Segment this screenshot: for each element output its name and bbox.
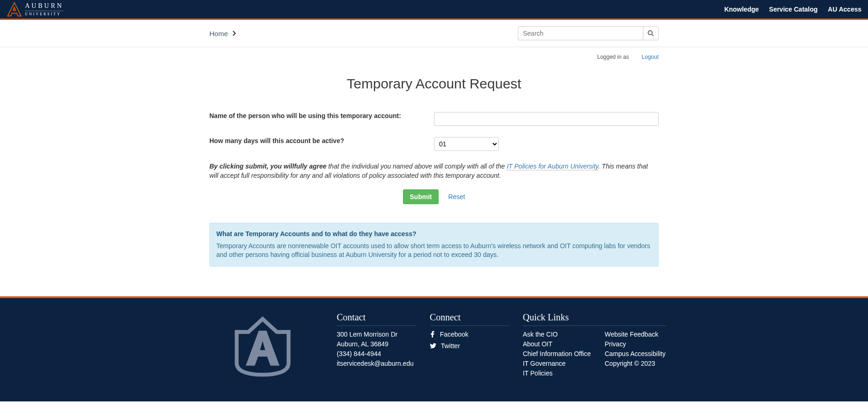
nav-knowledge[interactable]: Knowledge [724,6,759,13]
button-row: Submit Reset [209,189,659,204]
logout-link[interactable]: Logout [642,54,659,60]
submit-button[interactable]: Submit [403,189,439,204]
info-question: What are Temporary Accounts and to what … [216,230,652,239]
search-icon [648,30,654,37]
svg-point-0 [648,31,652,35]
top-header: AUBURN UNIVERSITY Knowledge Service Cata… [0,0,868,20]
info-box: What are Temporary Accounts and to what … [209,223,659,267]
ql-accessibility[interactable]: Campus Accessibility [605,349,666,359]
nav-service-catalog[interactable]: Service Catalog [769,6,818,13]
auth-row: Logged in as Logout [209,47,659,65]
facebook-link[interactable]: Facebook [430,330,509,339]
primary-nav: Knowledge Service Catalog AU Access [724,6,862,13]
name-field[interactable] [434,112,659,126]
footer-quick-links: Quick Links Ask the CIO About OIT Chief … [523,312,666,378]
au-shield-icon [226,313,300,377]
form-row-name: Name of the person who will be using thi… [209,112,659,126]
sub-bar: Home [0,20,868,47]
ql-ask-cio[interactable]: Ask the CIO [523,330,591,339]
footer-logo [202,312,323,378]
agreement-after-link: . This means that [598,163,648,170]
contact-address-2: Auburn, AL 36849 [337,339,416,349]
footer-contact: Contact 300 Lem Morrison Dr Auburn, AL 3… [337,312,416,378]
breadcrumb: Home [209,30,236,38]
agreement-mid: that the individual you named above will… [327,163,507,170]
it-policies-link[interactable]: IT Policies for Auburn University [507,163,598,170]
ql-it-governance[interactable]: IT Governance [523,359,591,369]
breadcrumb-home[interactable]: Home [209,30,228,38]
twitter-label: Twitter [441,341,460,351]
twitter-icon [430,343,436,349]
footer-ql-heading: Quick Links [523,312,666,326]
twitter-link[interactable]: Twitter [430,341,509,351]
label-days: How many days will this account be activ… [209,137,434,144]
logo[interactable]: AUBURN UNIVERSITY [6,1,63,17]
svg-line-1 [652,34,654,36]
nav-au-access[interactable]: AU Access [828,6,862,13]
main-content: Logged in as Logout Temporary Account Re… [209,47,659,285]
contact-email[interactable]: itservicedesk@auburn.edu [337,359,416,369]
facebook-icon [430,331,435,338]
reset-button[interactable]: Reset [448,193,465,200]
logo-sub: UNIVERSITY [25,11,63,16]
logo-mark-icon [6,1,22,17]
days-select[interactable]: 01 [434,137,499,151]
ql-privacy[interactable]: Privacy [605,339,666,349]
chevron-right-icon [233,31,236,36]
contact-phone: (334) 844-4944 [337,349,416,359]
search-input[interactable] [518,26,643,40]
ql-about-oit[interactable]: About OIT [523,339,591,349]
ql-cio-office[interactable]: Chief Information Office [523,349,591,359]
ql-copyright[interactable]: Copyright © 2023 [605,359,666,369]
label-name: Name of the person who will be using thi… [209,112,434,119]
info-answer: Temporary Accounts are nonrenewable OIT … [216,242,652,260]
agreement-tail: will accept full responsibility for any … [209,172,501,179]
logged-in-as-label: Logged in as [597,54,629,60]
ql-it-policies[interactable]: IT Policies [523,369,591,378]
form-row-days: How many days will this account be activ… [209,137,659,151]
search-button[interactable] [643,26,659,40]
footer-connect-heading: Connect [430,312,509,326]
page-title: Temporary Account Request [209,76,659,92]
agreement-text: By clicking submit, you willfully agree … [209,162,659,180]
logo-text: AUBURN UNIVERSITY [25,3,63,16]
ql-website-feedback[interactable]: Website Feedback [605,330,666,339]
footer-connect: Connect Facebook Twitter [430,312,509,378]
footer: Contact 300 Lem Morrison Dr Auburn, AL 3… [0,296,868,401]
search-group [518,26,659,40]
facebook-label: Facebook [440,330,468,339]
logo-main: AUBURN [25,3,63,11]
contact-address-1: 300 Lem Morrison Dr [337,330,416,339]
agreement-lead: By clicking submit, you willfully agree [209,163,327,170]
footer-contact-heading: Contact [337,312,416,326]
